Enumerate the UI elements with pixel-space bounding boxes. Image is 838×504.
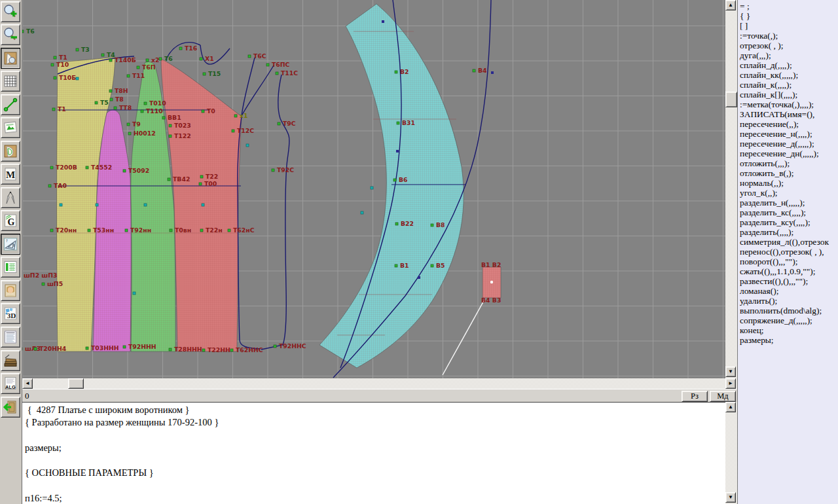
marker-m-button[interactable]: M [1,164,20,185]
point-marker[interactable] [232,130,234,132]
zoom-in-button[interactable] [1,1,20,22]
teal-point-marker[interactable] [246,144,249,147]
command-item[interactable]: перенос((),отрезок( , ), [738,247,838,257]
measure-button[interactable] [1,94,20,115]
command-item[interactable]: сплайн_д(,,,,); [738,60,838,70]
point-marker[interactable] [169,348,172,351]
point-marker[interactable] [127,75,130,77]
command-item[interactable]: удалить(); [738,296,838,306]
point-marker[interactable] [395,264,397,267]
graph-g-button[interactable]: G [1,210,20,231]
point-marker[interactable] [397,122,399,124]
grid-button[interactable] [1,71,20,92]
point-marker[interactable] [76,48,79,51]
point-marker[interactable] [431,264,433,267]
drawing-canvas[interactable]: Т6Т3Т1Т10Т10БТ4Т140Бх2Т6Т16Т6ПТ11Т8НТ8Т5… [22,0,725,378]
library-button[interactable] [1,350,20,371]
point-marker[interactable] [52,108,55,111]
point-marker[interactable] [393,179,396,181]
point-marker[interactable] [200,229,203,232]
point-marker[interactable] [170,229,172,232]
point-marker[interactable] [202,349,205,351]
point-marker[interactable] [266,63,269,66]
command-item[interactable]: :=метка(точка(,),,,,); [738,99,838,109]
command-item[interactable]: разделить_ксу(,,,,); [738,217,838,227]
point-marker[interactable] [146,59,149,62]
canvas-vertical-scrollbar[interactable]: ▲ ▼ [725,0,737,378]
md-button[interactable]: Мд [710,391,736,402]
command-item[interactable]: разделить(,,,,); [738,227,838,237]
point-marker[interactable] [51,63,54,66]
teal-point-marker[interactable] [60,204,62,206]
point-marker[interactable] [128,132,131,135]
command-item[interactable]: конец; [738,325,838,335]
teal-point-marker[interactable] [361,211,363,214]
point-marker[interactable] [141,110,143,113]
console-scroll-down-arrow[interactable]: ▼ [725,492,736,503]
command-item[interactable]: выполнить(dmod\alg); [738,306,838,315]
command-item[interactable]: сжать((),,,1.1,0.9,""); [738,266,838,276]
command-item[interactable]: нормаль(,,); [738,178,838,188]
command-item[interactable]: отложить_в(,); [738,168,838,178]
point-marker[interactable] [123,170,126,172]
canvas-horizontal-scrollbar[interactable]: ◄ ► [22,378,737,389]
point-marker[interactable] [95,101,98,104]
rz-button[interactable]: Рз [682,391,708,402]
command-item[interactable]: :=точка(,); [738,31,838,41]
point-marker[interactable] [144,102,147,105]
point-marker[interactable] [230,349,233,351]
command-item[interactable]: разделить_кс(,,,,); [738,207,838,217]
table-button[interactable] [1,257,20,278]
scroll-up-arrow[interactable]: ▲ [725,0,736,10]
point-marker[interactable] [42,283,45,285]
text-list-button[interactable] [1,327,20,348]
point-marker[interactable] [473,69,475,72]
point-marker[interactable] [202,110,204,113]
teal-point-marker[interactable] [96,204,98,206]
command-item[interactable]: пересечение_д(,,,,,); [738,139,838,149]
command-item[interactable]: пересечение(,,); [738,119,838,129]
command-item[interactable]: сопряжение_д(,,,,,); [738,315,838,325]
scroll-left-arrow[interactable]: ◄ [22,378,33,389]
point-marker[interactable] [278,122,280,125]
command-item[interactable]: разделить_н(,,,,,); [738,198,838,207]
view-3d-button[interactable]: 3D [1,303,20,324]
point-marker[interactable] [228,229,230,232]
console-vertical-scrollbar[interactable]: ▲ ▼ [725,402,737,504]
zoom-out-button[interactable] [1,24,20,45]
command-item[interactable]: сплайн_к(,,,,); [738,80,838,90]
point-marker[interactable] [86,166,88,169]
point-marker[interactable] [395,223,398,225]
command-item[interactable]: пересечение_н(,,,,); [738,129,838,139]
command-item[interactable]: ломаная(); [738,286,838,296]
point-marker[interactable] [272,169,274,171]
point-marker[interactable] [127,123,130,126]
point-marker[interactable] [114,107,117,109]
point-marker[interactable] [137,66,139,69]
point-marker[interactable] [169,135,172,137]
point-marker[interactable] [22,30,24,33]
point-marker[interactable] [248,55,251,58]
pattern-view-button[interactable] [1,48,20,69]
point-marker[interactable] [109,90,112,92]
command-item[interactable]: отложить(,,,); [738,158,838,168]
point-marker[interactable] [54,77,56,79]
teal-point-marker[interactable] [371,187,373,189]
point-marker[interactable] [203,73,206,75]
point-marker[interactable] [88,229,90,232]
command-item[interactable]: пересечение_дн(,,,,,); [738,149,838,158]
point-marker[interactable] [48,185,51,187]
image-button[interactable] [1,117,20,138]
point-marker[interactable] [162,117,165,119]
point-marker[interactable] [276,72,278,75]
point-marker[interactable] [54,56,56,59]
vertical-scroll-thumb[interactable] [725,92,737,107]
command-item[interactable]: развести((),(),,,""); [738,276,838,286]
horizontal-scroll-thumb[interactable] [68,378,84,389]
command-item[interactable]: ЗАПИСАТЬ(имя=(), [738,109,838,119]
point-marker[interactable] [200,175,203,178]
point-marker[interactable] [168,178,170,181]
command-item[interactable]: дуга(,,,); [738,50,838,60]
point-marker[interactable] [110,98,113,101]
model-photo-button[interactable] [1,280,20,301]
